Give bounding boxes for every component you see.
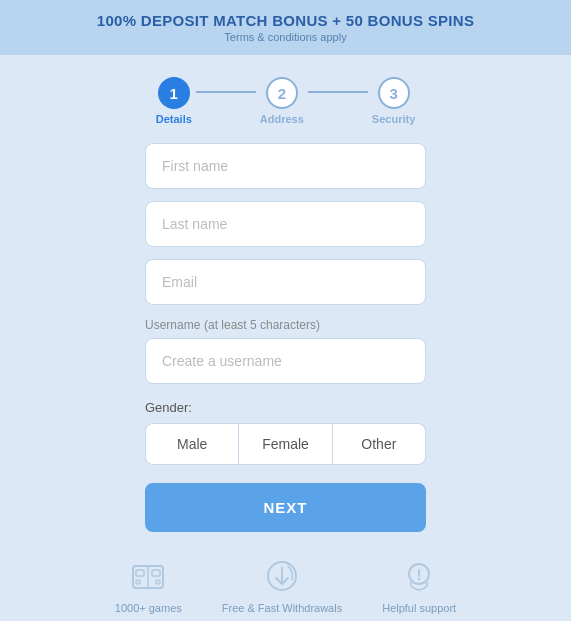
games-label: 1000+ games [115,602,182,614]
footer-features: 1000+ games Free & Fast Withdrawals Help… [115,556,456,614]
withdrawals-icon [262,556,302,596]
withdrawals-label: Free & Fast Withdrawals [222,602,342,614]
first-name-input[interactable] [145,143,426,189]
gender-other-button[interactable]: Other [333,423,426,465]
step-line-1 [196,91,256,93]
step-1-circle: 1 [158,77,190,109]
banner-title: 100% DEPOSIT MATCH BONUS + 50 BONUS SPIN… [20,12,551,29]
svg-rect-2 [136,570,144,576]
gender-selector: Male Female Other [145,423,426,465]
step-2: 2 Address [260,77,304,125]
games-icon [128,556,168,596]
username-input[interactable] [145,338,426,384]
next-button[interactable]: NEXT [145,483,426,532]
step-3-label: Security [372,113,415,125]
support-label: Helpful support [382,602,456,614]
games-feature: 1000+ games [115,556,182,614]
registration-form: Username (at least 5 characters) Gender:… [0,143,571,556]
step-3: 3 Security [372,77,415,125]
support-icon [399,556,439,596]
step-2-label: Address [260,113,304,125]
last-name-input[interactable] [145,201,426,247]
gender-female-button[interactable]: Female [239,423,332,465]
step-3-circle: 3 [378,77,410,109]
page-container: 100% DEPOSIT MATCH BONUS + 50 BONUS SPIN… [0,0,571,621]
banner: 100% DEPOSIT MATCH BONUS + 50 BONUS SPIN… [0,0,571,55]
gender-male-button[interactable]: Male [145,423,239,465]
banner-subtitle: Terms & conditions apply [20,31,551,43]
username-label: Username (at least 5 characters) [145,317,426,332]
email-input[interactable] [145,259,426,305]
withdrawals-feature: Free & Fast Withdrawals [222,556,342,614]
steps-indicator: 1 Details 2 Address 3 Security [156,77,416,125]
support-feature: Helpful support [382,556,456,614]
svg-point-8 [418,578,420,580]
step-1-label: Details [156,113,192,125]
step-line-2 [308,91,368,93]
svg-point-4 [136,580,140,584]
svg-rect-3 [152,570,160,576]
svg-point-5 [156,580,160,584]
gender-label: Gender: [145,400,426,415]
step-2-circle: 2 [266,77,298,109]
step-1: 1 Details [156,77,192,125]
